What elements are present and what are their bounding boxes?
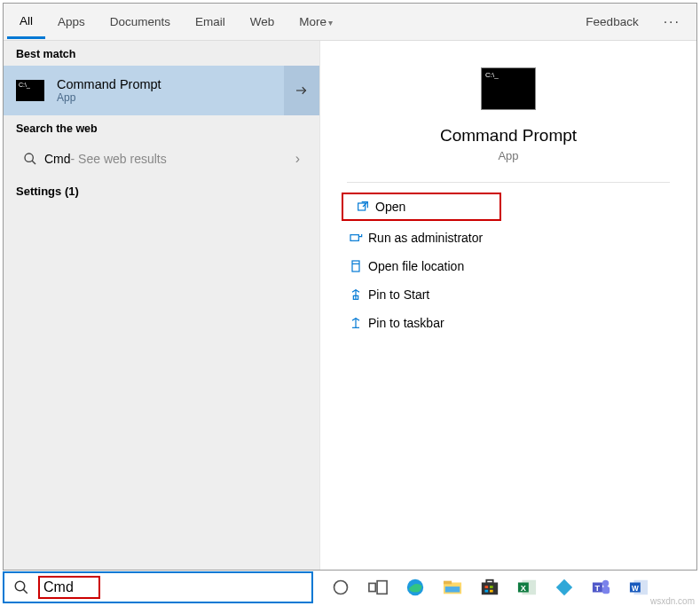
action-label: Run as administrator — [368, 231, 483, 245]
taskbar: Cmd X T W — [3, 571, 697, 604]
command-prompt-icon: C:\_ — [16, 80, 44, 101]
svg-rect-15 — [369, 583, 375, 591]
svg-rect-3 — [358, 203, 366, 210]
svg-rect-19 — [444, 581, 452, 585]
action-label: Open — [375, 200, 405, 214]
task-view-icon[interactable] — [366, 576, 389, 599]
svg-rect-16 — [377, 581, 387, 594]
pin-start-icon — [343, 287, 368, 302]
result-title: Command Prompt — [57, 77, 161, 91]
tab-email[interactable]: Email — [183, 6, 238, 37]
svg-text:W: W — [632, 585, 639, 593]
search-input[interactable]: Cmd — [3, 571, 313, 603]
svg-line-2 — [32, 161, 35, 164]
command-prompt-large-icon: C:\_ — [481, 67, 536, 110]
action-pin-taskbar[interactable]: Pin to taskbar — [320, 309, 696, 337]
search-window: All Apps Documents Email Web More▾ Feedb… — [3, 3, 697, 571]
watermark: wsxdn.com — [650, 596, 695, 606]
preview-pane: C:\_ Command Prompt App Open Run as admi… — [319, 41, 696, 570]
best-match-result[interactable]: C:\_ Command Prompt App — [4, 66, 319, 115]
action-list: Open Run as administrator Open file loca… — [320, 190, 696, 337]
word-icon[interactable]: W — [627, 576, 650, 599]
svg-line-13 — [23, 589, 28, 594]
action-open-location[interactable]: Open file location — [320, 252, 696, 280]
search-icon — [16, 152, 44, 166]
tab-all[interactable]: All — [7, 5, 45, 39]
svg-rect-24 — [490, 586, 493, 588]
tab-apps[interactable]: Apps — [45, 6, 98, 37]
web-hint: - See web results — [71, 152, 167, 166]
web-search-result[interactable]: Cmd - See web results › — [4, 140, 319, 177]
tab-documents[interactable]: Documents — [98, 6, 183, 37]
chevron-down-icon: ▾ — [328, 18, 333, 28]
settings-results[interactable]: Settings (1) — [4, 177, 319, 205]
action-label: Pin to taskbar — [368, 316, 444, 330]
best-match-header: Best match — [4, 41, 319, 66]
chevron-right-icon: › — [295, 151, 307, 167]
file-explorer-icon[interactable] — [441, 576, 464, 599]
svg-rect-26 — [490, 590, 493, 593]
svg-rect-25 — [485, 590, 489, 593]
web-query: Cmd — [44, 152, 71, 166]
svg-marker-30 — [556, 579, 572, 595]
teams-icon[interactable]: T — [590, 576, 613, 599]
search-icon — [13, 579, 29, 595]
svg-rect-23 — [485, 586, 489, 588]
folder-icon — [343, 259, 368, 273]
svg-point-12 — [15, 581, 25, 591]
open-icon — [350, 200, 375, 214]
svg-rect-6 — [352, 261, 359, 272]
action-run-admin[interactable]: Run as administrator — [320, 224, 696, 252]
svg-rect-20 — [445, 586, 460, 592]
search-web-header: Search the web — [4, 115, 319, 140]
divider — [347, 182, 671, 183]
edge-icon[interactable] — [404, 576, 427, 599]
svg-rect-21 — [482, 583, 498, 595]
tab-web[interactable]: Web — [238, 6, 287, 37]
kodi-icon[interactable] — [553, 576, 576, 599]
preview-title: Command Prompt — [440, 126, 577, 146]
taskbar-icons: X T W — [313, 576, 697, 599]
more-options-button[interactable]: ··· — [651, 14, 693, 30]
svg-text:X: X — [521, 584, 527, 593]
svg-rect-22 — [486, 580, 492, 584]
preview-subtitle: App — [498, 149, 518, 162]
expand-arrow-icon[interactable] — [284, 66, 319, 115]
svg-text:T: T — [595, 584, 601, 593]
admin-icon — [343, 231, 368, 245]
result-subtitle: App — [57, 91, 161, 104]
microsoft-store-icon[interactable] — [478, 576, 501, 599]
svg-rect-5 — [350, 235, 358, 241]
action-label: Open file location — [368, 259, 464, 273]
tab-more[interactable]: More▾ — [287, 6, 345, 37]
results-pane: Best match C:\_ Command Prompt App Searc… — [4, 41, 319, 570]
excel-icon[interactable]: X — [515, 576, 539, 599]
svg-point-14 — [334, 581, 348, 594]
action-open[interactable]: Open — [342, 193, 501, 221]
svg-rect-34 — [602, 586, 610, 594]
action-pin-start[interactable]: Pin to Start — [320, 280, 696, 309]
svg-point-33 — [602, 580, 609, 586]
svg-point-1 — [25, 153, 33, 161]
action-label: Pin to Start — [368, 287, 429, 302]
cortana-icon[interactable] — [329, 576, 352, 599]
search-value: Cmd — [38, 576, 100, 599]
filter-tabs: All Apps Documents Email Web More▾ Feedb… — [4, 4, 696, 41]
feedback-link[interactable]: Feedback — [573, 15, 650, 28]
pin-taskbar-icon — [343, 316, 368, 330]
